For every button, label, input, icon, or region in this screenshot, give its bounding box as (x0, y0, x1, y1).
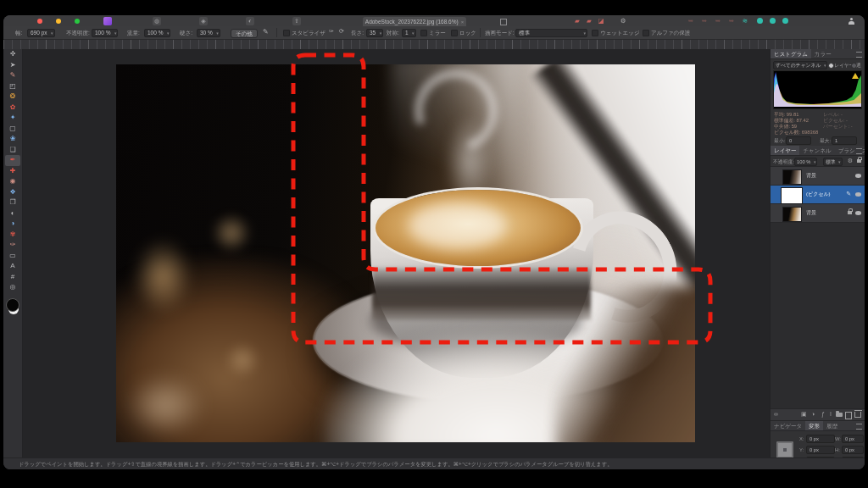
patch-tool[interactable]: ❖ (5, 187, 20, 198)
account-icon[interactable] (848, 18, 854, 25)
mask-layer-icon[interactable]: ▣ (801, 411, 807, 418)
tab-color[interactable]: カラー (811, 49, 835, 58)
protect-alpha-checkbox[interactable] (643, 30, 649, 36)
y-input[interactable]: 0 px (806, 446, 835, 454)
length-input[interactable]: 35 (366, 29, 383, 37)
blend-mode-select[interactable]: 標準 (515, 29, 587, 37)
more-button[interactable]: その他 (231, 29, 258, 38)
layer-thumbnail[interactable] (781, 187, 803, 204)
liquify-persona-icon[interactable]: ◍ (153, 17, 161, 25)
auto-contrast-icon[interactable]: ▰ (585, 17, 593, 25)
layer-visibility-eye-icon[interactable] (855, 192, 861, 197)
sync-icon-1[interactable] (757, 18, 763, 24)
tab-brushes[interactable]: ブラシ (835, 146, 859, 155)
snapshot-icon-1[interactable]: ➥ (687, 17, 695, 25)
w-input[interactable]: 0 px (842, 435, 864, 443)
clone-stamp-tool[interactable]: ❐ (5, 197, 20, 208)
group-layers-folder-icon[interactable] (836, 413, 843, 417)
zoom-window-button[interactable] (75, 19, 80, 24)
tab-close-icon[interactable]: × (461, 19, 465, 25)
paint-brush-blue-tool[interactable]: ❀ (5, 134, 20, 145)
selection-brush-tool[interactable]: ❂ (5, 92, 20, 103)
layer-lock-icon[interactable] (857, 159, 861, 163)
paint-brush-tool-active[interactable]: ✒ (5, 155, 20, 166)
layer-fx-gear-icon[interactable]: ⚙ (848, 158, 853, 164)
layer-visibility-eye-icon[interactable] (855, 211, 861, 215)
stabilizer-checkbox[interactable] (283, 30, 290, 36)
color-swatches[interactable] (6, 298, 19, 315)
text-tool[interactable]: A (5, 261, 20, 272)
photo-persona-icon[interactable] (103, 17, 112, 25)
hardness-input[interactable]: 30 % (197, 29, 220, 37)
symmetry-input[interactable]: 1 (402, 29, 416, 37)
tab-layers[interactable]: レイヤー (771, 146, 799, 155)
mesh-warp-tool[interactable]: # (5, 272, 20, 283)
add-pixel-layer-icon[interactable] (845, 412, 852, 419)
channel-select[interactable]: すべてのチャンネル (773, 61, 827, 69)
snapshot-icon-4[interactable]: ➥ (727, 17, 736, 25)
blemish-removal-tool[interactable]: ◉ (5, 176, 20, 187)
rope-stabilizer-icon[interactable]: ✑ (329, 28, 334, 35)
window-stabilizer-icon[interactable]: ⟳ (339, 28, 344, 35)
healing-brush-tool[interactable]: ✚ (5, 166, 20, 177)
snapshot-icon-2[interactable]: ➥ (700, 17, 709, 25)
link-layers-icon[interactable]: ∞ (774, 411, 778, 417)
layers-opacity-input[interactable]: 100 % (794, 158, 817, 166)
develop-persona-icon[interactable]: ◈ (199, 17, 208, 25)
panel-menu-icon[interactable] (856, 52, 862, 58)
layer-radio[interactable] (828, 63, 834, 69)
layer-row[interactable]: 背景 (771, 167, 865, 186)
crop-tool[interactable]: ◰ (5, 81, 20, 92)
tab-navigator[interactable]: ナビゲータ (771, 421, 805, 430)
foreground-color-swatch[interactable] (6, 298, 19, 312)
rectangle-tool[interactable]: ▭ (5, 251, 20, 262)
canvas[interactable] (23, 49, 770, 458)
layer-thumbnail[interactable] (782, 169, 802, 185)
auto-color-icon[interactable]: ◪ (597, 17, 605, 25)
tab-channels[interactable]: チャンネル (799, 146, 834, 155)
burn-tool[interactable]: ◑ (5, 219, 20, 230)
layer-row-selected[interactable]: (ピクセル) ✎ (771, 186, 865, 204)
tab-transform[interactable]: 変形 (805, 421, 823, 430)
brush-preview-icon[interactable]: ✎ (263, 28, 269, 36)
layer-visibility-eye-icon[interactable] (855, 174, 861, 178)
h-input[interactable]: 0 px (842, 446, 864, 454)
wet-edges-checkbox[interactable] (592, 30, 598, 36)
pixel-tool[interactable]: ✑ (5, 240, 20, 251)
document-tab[interactable]: AdobeStock_202376222.jpg (168.6%)× (363, 17, 466, 26)
move-tool[interactable]: ➤ (5, 60, 20, 71)
mirror-checkbox[interactable] (420, 30, 427, 36)
opacity-input[interactable]: 100 % (92, 29, 118, 37)
lock-checkbox[interactable] (451, 30, 458, 36)
zoom-tool[interactable]: ◎ (5, 282, 20, 293)
warning-triangle-icon[interactable] (852, 73, 859, 79)
new-document-icon[interactable] (500, 19, 507, 25)
snapshot-icon-3[interactable]: ➥ (714, 17, 722, 25)
marquee-tool[interactable]: ▢ (5, 124, 20, 135)
close-window-button[interactable] (37, 19, 42, 24)
smudge-tool[interactable]: ✾ (5, 230, 20, 241)
assistant-icon[interactable]: ≋ (741, 17, 749, 25)
panel-menu-icon[interactable] (856, 424, 862, 430)
layers-blend-select[interactable]: 標準 (823, 158, 843, 166)
flood-select-tool[interactable]: ✿ (5, 103, 20, 114)
magic-wand-tool[interactable]: ✦ (5, 113, 20, 124)
color-picker-tool[interactable]: ✎ (5, 70, 20, 81)
x-input[interactable]: 0 px (806, 435, 835, 443)
tone-map-persona-icon[interactable]: ◐ (246, 17, 254, 25)
sync-icon-2[interactable] (770, 18, 776, 24)
anchor-point-selector[interactable] (776, 441, 793, 458)
export-persona-icon[interactable]: ⇪ (292, 17, 301, 25)
tab-history[interactable]: 履歴 (823, 421, 841, 430)
fill-layer-icon[interactable]: I (830, 411, 832, 417)
brush-width-input[interactable]: 690 px (27, 29, 55, 37)
flow-input[interactable]: 100 % (144, 29, 170, 37)
layer-row[interactable]: 背景 (771, 204, 865, 223)
dodge-tool[interactable]: ◐ (5, 208, 20, 219)
sync-icon-3[interactable] (782, 18, 788, 24)
delete-layer-trash-icon[interactable] (854, 412, 861, 418)
layer-thumbnail[interactable] (782, 207, 802, 222)
panel-menu-icon[interactable] (856, 148, 862, 154)
min-input[interactable]: 0 (786, 136, 811, 145)
live-filter-icon[interactable]: ƒ (821, 411, 825, 417)
